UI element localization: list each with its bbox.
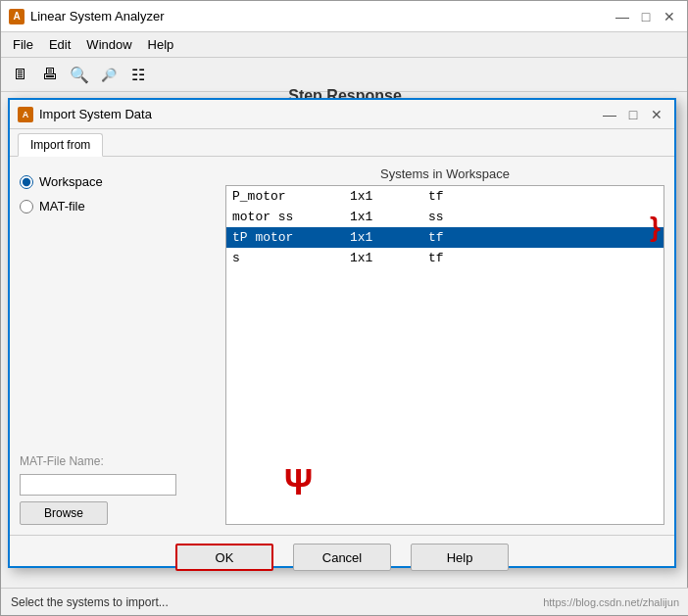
sys-size-0: 1x1 xyxy=(350,189,428,204)
systems-list[interactable]: P_motor 1x1 tf motor ss 1x1 ss tP motor … xyxy=(225,185,664,525)
main-title: Linear System Analyzer xyxy=(30,9,613,24)
status-bar: Select the systems to import... https://… xyxy=(1,588,688,615)
import-source-group: Workspace MAT-file xyxy=(20,174,216,213)
mat-file-section: MAT-File Name: Browse xyxy=(20,454,216,525)
dialog-titlebar: A Import System Data — □ ✕ xyxy=(10,100,674,129)
sys-size-3: 1x1 xyxy=(350,251,428,265)
matfile-label: MAT-file xyxy=(39,199,85,213)
menu-edit[interactable]: Edit xyxy=(41,34,78,55)
sys-type-0: tf xyxy=(428,189,487,204)
sys-name-3: s xyxy=(232,251,350,265)
browse-button[interactable]: Browse xyxy=(20,501,108,525)
tab-import-from[interactable]: Import from xyxy=(18,133,103,157)
dialog-body: Workspace MAT-file MAT-File Name: Browse… xyxy=(10,157,674,535)
status-url: https://blog.csdn.net/zhalijun xyxy=(543,596,679,608)
ok-button[interactable]: OK xyxy=(175,544,273,571)
system-row-3[interactable]: s 1x1 tf xyxy=(226,248,663,268)
sys-name-0: P_motor xyxy=(232,189,350,204)
systems-list-inner: P_motor 1x1 tf motor ss 1x1 ss tP motor … xyxy=(226,186,663,268)
sys-size-1: 1x1 xyxy=(350,210,428,224)
close-button[interactable]: ✕ xyxy=(660,7,679,26)
help-button[interactable]: Help xyxy=(411,544,509,571)
zoom-out-button[interactable]: 🔎 xyxy=(95,62,123,87)
sys-size-2: 1x1 xyxy=(350,230,428,245)
dialog-close-button[interactable]: ✕ xyxy=(647,105,666,124)
print-button[interactable]: 🖶 xyxy=(36,62,64,87)
sys-type-3: tf xyxy=(428,251,487,265)
main-titlebar: A Linear System Analyzer — □ ✕ xyxy=(1,1,687,32)
sys-type-2: tf xyxy=(428,230,487,245)
minimize-button[interactable]: — xyxy=(613,7,632,26)
menu-help[interactable]: Help xyxy=(140,34,182,55)
dialog-minimize-button[interactable]: — xyxy=(600,105,619,124)
new-button[interactable]: 🗏 xyxy=(7,62,34,87)
dialog-tabs: Import from xyxy=(10,129,674,157)
dialog-right-panel: Systems in Workspace P_motor 1x1 tf moto… xyxy=(225,166,664,525)
dialog-left-panel: Workspace MAT-file MAT-File Name: Browse xyxy=(20,166,216,525)
sys-name-1: motor ss xyxy=(232,210,350,224)
system-row-2[interactable]: tP motor 1x1 tf xyxy=(226,227,663,248)
dialog-title: Import System Data xyxy=(39,107,600,121)
dialog-icon: A xyxy=(18,107,33,122)
zoom-in-button[interactable]: 🔍 xyxy=(66,62,93,87)
systems-title: Systems in Workspace xyxy=(225,166,664,181)
maximize-button[interactable]: □ xyxy=(636,7,656,26)
workspace-radio[interactable] xyxy=(20,175,33,189)
matfile-radio[interactable] xyxy=(20,200,33,213)
workspace-radio-item[interactable]: Workspace xyxy=(20,174,216,189)
status-text: Select the systems to import... xyxy=(11,595,169,609)
mat-file-name-label: MAT-File Name: xyxy=(20,454,216,468)
mat-file-input[interactable] xyxy=(20,474,176,496)
cancel-button[interactable]: Cancel xyxy=(293,544,391,571)
main-menubar: File Edit Window Help xyxy=(1,32,687,58)
import-dialog: A Import System Data — □ ✕ Import from W… xyxy=(8,98,676,568)
grid-button[interactable]: ☷ xyxy=(124,62,152,87)
menu-file[interactable]: File xyxy=(5,34,41,55)
sys-type-1: ss xyxy=(428,210,487,224)
titlebar-controls: — □ ✕ xyxy=(613,7,679,26)
sys-name-2: tP motor xyxy=(232,230,350,245)
dialog-titlebar-controls: — □ ✕ xyxy=(600,105,666,124)
system-row-1[interactable]: motor ss 1x1 ss xyxy=(226,207,663,227)
dialog-footer: OK Cancel Help xyxy=(10,535,674,579)
workspace-label: Workspace xyxy=(39,174,103,189)
system-row-0[interactable]: P_motor 1x1 tf xyxy=(226,186,663,207)
matfile-radio-item[interactable]: MAT-file xyxy=(20,199,216,213)
dialog-maximize-button[interactable]: □ xyxy=(623,105,643,124)
menu-window[interactable]: Window xyxy=(78,34,139,55)
app-icon: A xyxy=(9,9,25,24)
